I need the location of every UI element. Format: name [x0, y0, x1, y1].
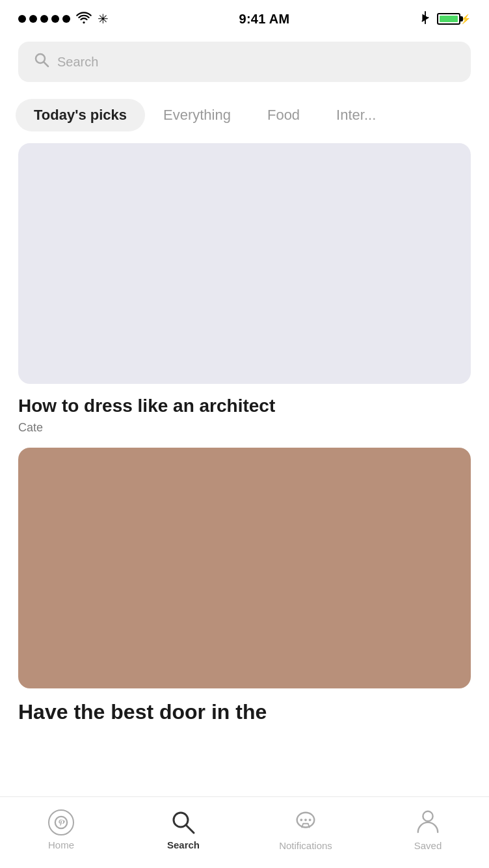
signal-dot-4 [51, 15, 59, 23]
main-content: How to dress like an architect Cate Have… [0, 143, 489, 816]
signal-dot-1 [18, 15, 26, 23]
battery-shell [437, 13, 460, 25]
tab-everything[interactable]: Everything [145, 99, 249, 131]
svg-point-8 [309, 819, 311, 821]
bottom-nav: Home Search Notifications [0, 796, 489, 868]
status-bar: ✳ 9:41 AM ⚡ [0, 0, 489, 35]
tab-inter[interactable]: Inter... [318, 99, 394, 131]
nav-item-saved[interactable]: Saved [395, 809, 460, 851]
search-bar-icon [34, 52, 49, 72]
search-placeholder: Search [57, 55, 98, 70]
tab-food[interactable]: Food [249, 99, 318, 131]
pinterest-icon [48, 809, 74, 835]
wifi-icon [75, 11, 92, 27]
category-tabs: Today's picks Everything Food Inter... [0, 92, 489, 143]
svg-point-6 [300, 819, 302, 821]
battery-indicator: ⚡ [437, 13, 471, 25]
status-right: ⚡ [420, 10, 471, 28]
article-2-title: Have the best door in the [18, 699, 471, 725]
svg-point-7 [304, 819, 307, 821]
article-1-title: How to dress like an architect [18, 394, 471, 417]
signal-dot-3 [40, 15, 48, 23]
article-2-image [18, 448, 471, 688]
nav-label-search: Search [167, 839, 200, 850]
signal-dot-2 [29, 15, 37, 23]
signal-dot-5 [62, 15, 70, 23]
article-card-1[interactable]: How to dress like an architect Cate [18, 143, 471, 435]
nav-item-home[interactable]: Home [29, 809, 94, 850]
search-nav-icon [170, 809, 196, 835]
nav-item-notifications[interactable]: Notifications [273, 809, 338, 851]
loading-icon: ✳ [98, 11, 109, 27]
search-bar-container: Search [0, 35, 489, 92]
nav-label-saved: Saved [414, 840, 442, 851]
nav-label-notifications: Notifications [279, 840, 332, 851]
signal-dots [18, 15, 70, 23]
tab-todays-picks[interactable]: Today's picks [16, 99, 145, 131]
article-card-2[interactable]: Have the best door in the [18, 448, 471, 725]
article-1-author: Cate [18, 421, 471, 435]
svg-line-4 [186, 825, 194, 833]
article-1-image [18, 143, 471, 384]
nav-label-home: Home [48, 839, 74, 850]
svg-line-1 [44, 62, 49, 67]
search-bar[interactable]: Search [18, 42, 471, 82]
bluetooth-icon [420, 10, 430, 28]
svg-point-9 [423, 811, 432, 821]
nav-item-search[interactable]: Search [151, 809, 216, 850]
status-time: 9:41 AM [239, 12, 289, 27]
battery-fill [440, 16, 458, 22]
person-icon [416, 809, 440, 836]
chat-icon [293, 809, 318, 836]
status-left: ✳ [18, 11, 109, 27]
